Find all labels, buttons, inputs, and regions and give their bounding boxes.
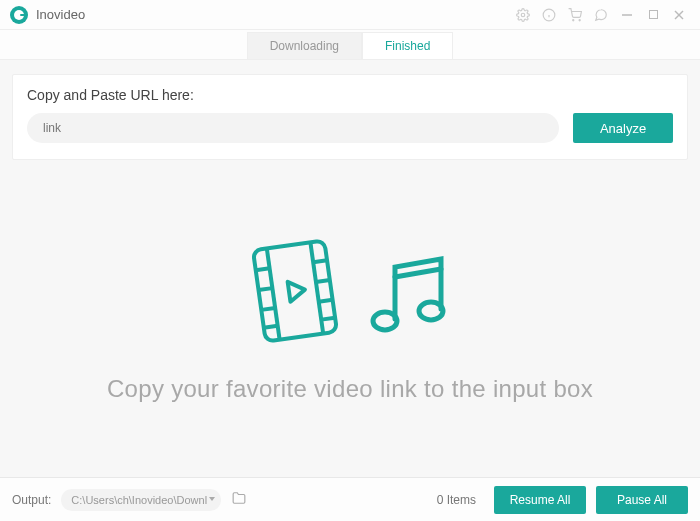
- svg-line-14: [261, 307, 275, 309]
- settings-gear-icon[interactable]: [512, 4, 534, 26]
- minimize-icon[interactable]: [616, 4, 638, 26]
- svg-line-17: [316, 280, 330, 282]
- url-input[interactable]: [27, 113, 559, 143]
- svg-point-5: [579, 19, 580, 20]
- illustration: [247, 235, 453, 347]
- svg-point-0: [521, 13, 525, 17]
- empty-tagline: Copy your favorite video link to the inp…: [107, 375, 593, 403]
- svg-line-13: [259, 288, 273, 290]
- output-label: Output:: [12, 493, 51, 507]
- url-panel: Copy and Paste URL here: Analyze: [12, 74, 688, 160]
- app-logo-icon: [10, 6, 28, 24]
- output-path-text: C:\Users\ch\Inovideo\Downl: [71, 494, 207, 506]
- close-icon[interactable]: [668, 4, 690, 26]
- items-count: 0 Items: [437, 493, 476, 507]
- app-title: Inovideo: [36, 7, 85, 22]
- footer-bar: Output: C:\Users\ch\Inovideo\Downl 0 Ite…: [0, 477, 700, 521]
- tab-finished[interactable]: Finished: [362, 32, 453, 59]
- svg-line-15: [264, 325, 278, 327]
- titlebar: Inovideo: [0, 0, 700, 30]
- empty-state: Copy your favorite video link to the inp…: [0, 160, 700, 477]
- svg-line-16: [313, 260, 327, 262]
- svg-point-4: [573, 19, 574, 20]
- maximize-icon[interactable]: [642, 4, 664, 26]
- film-icon: [247, 235, 343, 347]
- url-label: Copy and Paste URL here:: [27, 87, 673, 103]
- svg-marker-20: [288, 279, 307, 301]
- resume-all-button[interactable]: Resume All: [494, 486, 586, 514]
- svg-point-23: [419, 302, 443, 320]
- cart-icon[interactable]: [564, 4, 586, 26]
- output-path-dropdown[interactable]: C:\Users\ch\Inovideo\Downl: [61, 489, 221, 511]
- svg-point-22: [373, 312, 397, 330]
- pause-all-button[interactable]: Pause All: [596, 486, 688, 514]
- open-folder-icon[interactable]: [231, 491, 247, 509]
- svg-line-19: [321, 317, 335, 319]
- analyze-button[interactable]: Analyze: [573, 113, 673, 143]
- svg-line-18: [319, 299, 333, 301]
- info-icon[interactable]: [538, 4, 560, 26]
- svg-line-12: [256, 268, 270, 270]
- tab-bar: Downloading Finished: [0, 30, 700, 60]
- feedback-icon[interactable]: [590, 4, 612, 26]
- music-note-icon: [367, 241, 453, 341]
- tab-downloading[interactable]: Downloading: [247, 32, 362, 59]
- svg-line-21: [395, 269, 441, 277]
